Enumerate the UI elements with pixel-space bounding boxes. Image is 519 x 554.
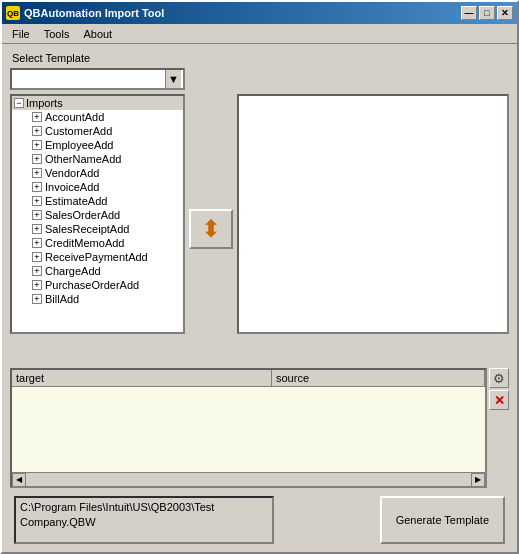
scroll-track[interactable] — [26, 473, 471, 486]
tree-item-label: InvoiceAdd — [45, 181, 99, 193]
status-path: C:\Program Files\Intuit\US\QB2003\Test C… — [14, 496, 274, 544]
list-item[interactable]: + EstimateAdd — [12, 194, 183, 208]
main-content: Select Template ▼ − Imports + — [2, 44, 517, 552]
list-item[interactable]: + InvoiceAdd — [12, 180, 183, 194]
tree-item-expand-icon[interactable]: + — [32, 168, 42, 178]
list-item[interactable]: + OtherNameAdd — [12, 152, 183, 166]
tree-item-label: ReceivePaymentAdd — [45, 251, 148, 263]
tree-item-label: OtherNameAdd — [45, 153, 121, 165]
tree-item-label: PurchaseOrderAdd — [45, 279, 139, 291]
list-item[interactable]: + ChargeAdd — [12, 264, 183, 278]
menu-about[interactable]: About — [77, 26, 118, 42]
table-side-icons: ⚙ ✕ — [489, 368, 509, 410]
title-buttons: — □ ✕ — [461, 6, 513, 20]
col-header-target: target — [12, 370, 272, 386]
tree-item-expand-icon[interactable]: + — [32, 294, 42, 304]
move-arrow-button[interactable]: ⬍ — [189, 209, 233, 249]
list-item[interactable]: + CreditMemoAdd — [12, 236, 183, 250]
delete-icon-button[interactable]: ✕ — [489, 390, 509, 410]
tree-item-label: EmployeeAdd — [45, 139, 114, 151]
tree-item-expand-icon[interactable]: + — [32, 196, 42, 206]
generate-template-button[interactable]: Generate Template — [380, 496, 505, 544]
tree-item-expand-icon[interactable]: + — [32, 210, 42, 220]
list-item[interactable]: + ReceivePaymentAdd — [12, 250, 183, 264]
title-bar: QB QBAutomation Import Tool — □ ✕ — [2, 2, 517, 24]
tree-item-label: ChargeAdd — [45, 265, 101, 277]
tree-item-label: VendorAdd — [45, 167, 99, 179]
menu-file[interactable]: File — [6, 26, 36, 42]
list-item[interactable]: + CustomerAdd — [12, 124, 183, 138]
tree-item-expand-icon[interactable]: + — [32, 266, 42, 276]
template-label: Select Template — [12, 52, 509, 64]
right-panel — [237, 94, 509, 334]
gear-icon-button[interactable]: ⚙ — [489, 368, 509, 388]
delete-icon: ✕ — [494, 393, 505, 408]
list-item[interactable]: + AccountAdd — [12, 110, 183, 124]
scroll-left-button[interactable]: ◀ — [12, 473, 26, 487]
list-item[interactable]: + SalesOrderAdd — [12, 208, 183, 222]
middle-row: − Imports + AccountAdd + CustomerAdd + — [10, 94, 509, 364]
gear-icon: ⚙ — [493, 371, 505, 386]
tree-item-expand-icon[interactable]: + — [32, 252, 42, 262]
title-bar-left: QB QBAutomation Import Tool — [6, 6, 164, 20]
tree-item-label: AccountAdd — [45, 111, 104, 123]
tree-root-label: Imports — [26, 97, 63, 109]
tree-item-label: SalesOrderAdd — [45, 209, 120, 221]
tree-panel: − Imports + AccountAdd + CustomerAdd + — [10, 94, 185, 334]
mapping-table: target source ◀ ▶ — [10, 368, 487, 488]
list-item[interactable]: + PurchaseOrderAdd — [12, 278, 183, 292]
table-body[interactable] — [12, 387, 485, 472]
menu-bar: File Tools About — [2, 24, 517, 44]
tree-item-label: EstimateAdd — [45, 195, 107, 207]
root-expand-icon[interactable]: − — [14, 98, 24, 108]
close-button[interactable]: ✕ — [497, 6, 513, 20]
tree-item-expand-icon[interactable]: + — [32, 154, 42, 164]
tree-item-expand-icon[interactable]: + — [32, 140, 42, 150]
col-header-source: source — [272, 370, 485, 386]
tree-item-label: CreditMemoAdd — [45, 237, 124, 249]
template-section: Select Template ▼ — [10, 52, 509, 90]
menu-tools[interactable]: Tools — [38, 26, 76, 42]
horizontal-scrollbar[interactable]: ◀ ▶ — [12, 472, 485, 486]
table-header: target source — [12, 370, 485, 387]
tree-root-node[interactable]: − Imports — [12, 96, 183, 110]
maximize-button[interactable]: □ — [479, 6, 495, 20]
tree-item-label: SalesReceiptAdd — [45, 223, 129, 235]
list-item[interactable]: + SalesReceiptAdd — [12, 222, 183, 236]
tree-scroll[interactable]: − Imports + AccountAdd + CustomerAdd + — [12, 96, 183, 332]
scroll-right-button[interactable]: ▶ — [471, 473, 485, 487]
tree-item-expand-icon[interactable]: + — [32, 280, 42, 290]
minimize-button[interactable]: — — [461, 6, 477, 20]
dropdown-arrow-button[interactable]: ▼ — [165, 70, 181, 88]
tree-item-expand-icon[interactable]: + — [32, 238, 42, 248]
list-item[interactable]: + EmployeeAdd — [12, 138, 183, 152]
tree-item-expand-icon[interactable]: + — [32, 126, 42, 136]
tree-item-expand-icon[interactable]: + — [32, 112, 42, 122]
tree-item-expand-icon[interactable]: + — [32, 224, 42, 234]
app-icon: QB — [6, 6, 20, 20]
tree-item-expand-icon[interactable]: + — [32, 182, 42, 192]
list-item[interactable]: + VendorAdd — [12, 166, 183, 180]
tree-item-label: CustomerAdd — [45, 125, 112, 137]
tree-item-label: BillAdd — [45, 293, 79, 305]
main-window: QB QBAutomation Import Tool — □ ✕ File T… — [0, 0, 519, 554]
table-wrapper: target source ◀ ▶ ⚙ ✕ — [10, 368, 509, 488]
arrow-icon: ⬍ — [201, 217, 221, 241]
window-title: QBAutomation Import Tool — [24, 7, 164, 19]
list-item[interactable]: + BillAdd — [12, 292, 183, 306]
template-dropdown[interactable]: ▼ — [10, 68, 185, 90]
status-bar: C:\Program Files\Intuit\US\QB2003\Test C… — [10, 492, 509, 544]
